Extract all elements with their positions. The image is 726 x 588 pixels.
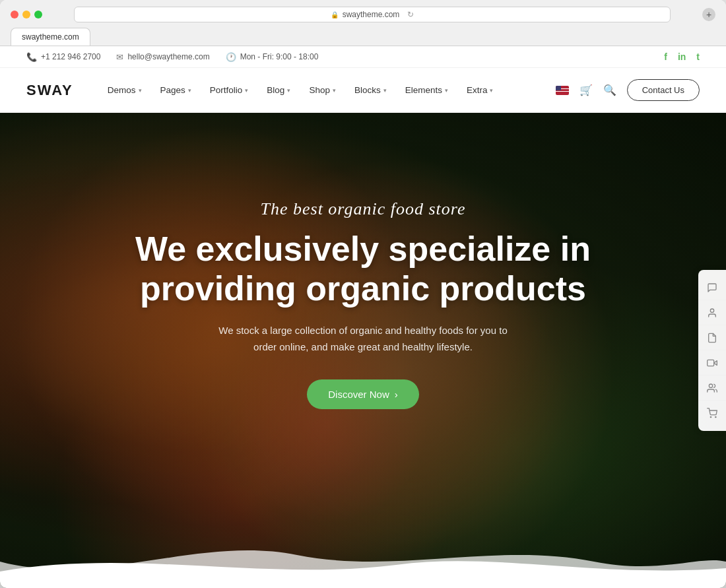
nav-elements[interactable]: Elements ▾ [397,80,456,100]
minimize-button[interactable] [22,11,30,18]
nav-shop[interactable]: Shop ▾ [301,80,344,100]
cart-icon[interactable]: 🛒 [579,84,593,96]
sidebar-icons [698,270,726,431]
active-tab[interactable]: swaytheme.com [11,28,90,46]
document-icon[interactable] [698,325,726,350]
lock-icon: 🔒 [331,11,339,18]
nav-right-actions: 🛒 🔍 Contact Us [556,79,700,101]
twitter-link[interactable]: t [696,51,700,62]
chat-icon[interactable] [698,275,726,300]
nav-blocks[interactable]: Blocks ▾ [346,80,395,100]
phone-info: 📞 +1 212 946 2700 [26,52,100,62]
top-bar-left: 📞 +1 212 946 2700 ✉ hello@swaytheme.com … [26,52,318,62]
browser-window: 🔒 swaytheme.com ↻ + swaytheme.com 📞 +1 2… [0,0,726,588]
email-info: ✉ hello@swaytheme.com [116,52,209,62]
nav-demos[interactable]: Demos ▾ [100,80,150,100]
hero-subtitle: The best organic food store [260,199,465,219]
email-address: hello@swaytheme.com [127,52,209,61]
maximize-button[interactable] [34,11,42,18]
browser-chrome: 🔒 swaytheme.com ↻ + swaytheme.com [0,0,726,46]
video-icon[interactable] [698,350,726,376]
close-button[interactable] [11,11,18,18]
browser-tabs: swaytheme.com [11,28,715,46]
discover-button[interactable]: Discover Now › [307,379,419,409]
svg-point-0 [710,309,713,312]
nav-portfolio[interactable]: Portfolio ▾ [202,80,257,100]
users-icon[interactable] [698,376,726,401]
phone-icon: 📞 [26,52,37,62]
top-bar: 📞 +1 212 946 2700 ✉ hello@swaytheme.com … [0,46,726,68]
new-tab-button[interactable]: + [702,8,715,21]
refresh-icon[interactable]: ↻ [407,10,414,19]
main-navigation: Demos ▾ Pages ▾ Portfolio ▾ Blog ▾ Shop [100,80,556,100]
hero-title: We exclusively specialize in providing o… [125,230,601,309]
chevron-down-icon: ▾ [490,87,493,94]
search-icon[interactable]: 🔍 [603,84,616,96]
nav-extra[interactable]: Extra ▾ [459,80,502,100]
nav-blog[interactable]: Blog ▾ [259,80,298,100]
svg-point-3 [709,384,712,387]
svg-marker-1 [714,360,717,365]
top-bar-right: f in t [664,51,700,62]
browser-controls: 🔒 swaytheme.com ↻ + [11,7,715,22]
address-bar[interactable]: 🔒 swaytheme.com ↻ [74,7,671,22]
hours-text: Mon - Fri: 9:00 - 18:00 [240,52,319,61]
chevron-down-icon: ▾ [383,87,387,94]
navbar: SWAY Demos ▾ Pages ▾ Portfolio ▾ Blog ▾ [0,68,726,113]
profile-icon[interactable] [698,300,726,325]
cart-sidebar-icon[interactable] [698,401,726,426]
site-logo[interactable]: SWAY [26,82,73,99]
contact-button[interactable]: Contact Us [627,79,700,101]
facebook-link[interactable]: f [664,51,667,62]
chevron-down-icon: ▾ [287,87,290,94]
hero-section: The best organic food store We exclusive… [0,113,726,588]
language-flag[interactable] [556,86,569,95]
arrow-right-icon: › [395,389,398,400]
hero-content: The best organic food store We exclusive… [0,113,726,496]
chevron-down-icon: ▾ [445,87,448,94]
nav-pages[interactable]: Pages ▾ [152,80,199,100]
traffic-lights [11,11,42,18]
chevron-down-icon: ▾ [188,87,191,94]
phone-number: +1 212 946 2700 [41,52,100,61]
email-icon: ✉ [116,52,123,62]
url-text: swaytheme.com [343,10,400,19]
hours-info: 🕐 Mon - Fri: 9:00 - 18:00 [226,52,319,62]
hero-description: We stock a large collection of organic a… [211,322,515,356]
chevron-down-icon: ▾ [245,87,248,94]
linkedin-link[interactable]: in [678,51,686,62]
svg-rect-2 [708,360,714,366]
website-content: 📞 +1 212 946 2700 ✉ hello@swaytheme.com … [0,46,726,588]
chevron-down-icon: ▾ [333,87,336,94]
svg-point-5 [715,416,716,417]
clock-icon: 🕐 [226,52,236,62]
svg-point-4 [710,416,711,417]
hero-wave [0,535,726,588]
chevron-down-icon: ▾ [139,87,142,94]
